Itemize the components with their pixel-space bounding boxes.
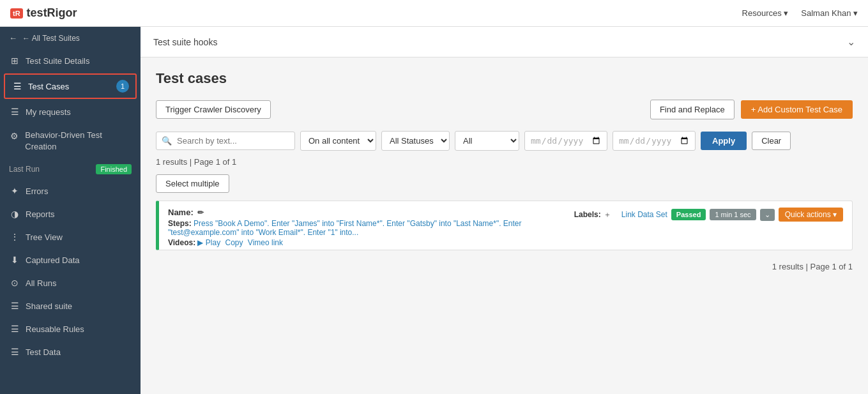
date-from-input[interactable] [524, 131, 607, 151]
suite-hooks-label: Test suite hooks [153, 37, 217, 47]
logo-text: testRigor [27, 6, 77, 20]
link-dataset[interactable]: Link Data Set [621, 210, 667, 219]
last-run-row: Last Run Finished [0, 159, 141, 179]
passed-badge: Passed [671, 209, 706, 220]
tc-name-row: Name: ✏ [168, 208, 568, 217]
sidebar-item-label: Reports [26, 209, 55, 219]
user-menu[interactable]: Salman Khan ▾ [801, 8, 858, 18]
toolbar-right: Find and Replace + Add Custom Test Case [650, 100, 853, 119]
sidebar-item-behavior-driven[interactable]: ⚙ Behavior-Driven Test Creation [0, 123, 141, 159]
sidebar-item-reports[interactable]: ◑ Reports [0, 202, 141, 225]
sidebar-item-label: Shared suite [26, 301, 72, 311]
reports-icon: ◑ [9, 209, 20, 219]
expand-button[interactable]: ⌄ [760, 209, 775, 221]
list-icon: ☰ [11, 81, 23, 91]
vimeo-link[interactable]: Vimeo link [248, 238, 283, 247]
test-data-icon: ☰ [9, 347, 20, 357]
sidebar-item-errors[interactable]: ✦ Errors [0, 179, 141, 202]
tc-steps: Steps: Press "Book A Demo". Enter "James… [168, 219, 568, 237]
sidebar-item-label: Behavior-Driven Test Creation [25, 130, 132, 153]
quick-actions-button[interactable]: Quick actions ▾ [779, 208, 843, 222]
sidebar: ← ← All Test Suites ⊞ Test Suite Details… [0, 27, 141, 394]
select-multiple-row: Select multiple [156, 174, 853, 193]
edit-icon[interactable]: ✏ [197, 208, 204, 217]
sidebar-item-all-test-suites[interactable]: ← ← All Test Suites [0, 27, 141, 49]
find-replace-button[interactable]: Find and Replace [650, 100, 735, 119]
suite-hooks-chevron-icon: ⌄ [847, 36, 855, 48]
trigger-crawler-button[interactable]: Trigger Crawler Discovery [156, 100, 271, 119]
behavior-icon: ⚙ [9, 131, 20, 141]
download-icon: ⬇ [9, 255, 20, 265]
time-badge: 1 min 1 sec [710, 209, 756, 220]
last-run-status-badge: Finished [96, 164, 132, 174]
logo: tR testRigor [10, 6, 77, 20]
select-multiple-button[interactable]: Select multiple [156, 174, 229, 193]
sidebar-item-label: All Runs [26, 278, 56, 288]
requests-icon: ☰ [9, 107, 20, 117]
logo-icon: tR [10, 8, 23, 19]
sidebar-item-shared-suite[interactable]: ☰ Shared suite [0, 294, 141, 317]
sidebar-item-label: Tree View [26, 232, 63, 242]
sidebar-item-test-suite-details[interactable]: ⊞ Test Suite Details [0, 49, 141, 72]
resources-menu[interactable]: Resources ▾ [742, 8, 789, 18]
all-runs-icon: ⊙ [9, 278, 20, 288]
sidebar-item-label: ← All Test Suites [22, 34, 80, 43]
filter-row: 🔍 On all content On name On steps All St… [156, 131, 853, 151]
sidebar-item-label: Test Cases [28, 82, 69, 91]
sidebar-item-test-cases[interactable]: ☰ Test Cases 1 [4, 73, 137, 99]
sidebar-item-reusable-rules[interactable]: ☰ Reusable Rules [0, 317, 141, 340]
status-filter-select[interactable]: All Statuses Passed Failed Not run [381, 131, 450, 151]
sidebar-item-label: My requests [26, 107, 71, 117]
back-icon: ← [9, 33, 17, 43]
all-filter-select[interactable]: All Manual Automated [455, 131, 519, 151]
sidebar-item-captured-data[interactable]: ⬇ Captured Data [0, 248, 141, 271]
clear-button[interactable]: Clear [752, 132, 791, 150]
rules-icon: ☰ [9, 324, 20, 334]
sidebar-item-test-data[interactable]: ☰ Test Data [0, 340, 141, 363]
errors-icon: ✦ [9, 186, 20, 196]
tc-videos: Videos: ▶ Play Copy Vimeo link [168, 238, 568, 247]
search-input[interactable] [174, 132, 289, 149]
tc-left: Name: ✏ Steps: Press "Book A Demo". Ente… [168, 208, 568, 247]
last-run-label: Last Run [9, 165, 40, 174]
topnav: tR testRigor Resources ▾ Salman Khan ▾ [0, 0, 868, 27]
sidebar-item-my-requests[interactable]: ☰ My requests [0, 100, 141, 123]
tc-videos-label: Videos: [168, 238, 195, 247]
play-link[interactable]: ▶ Play [197, 238, 220, 247]
date-to-input[interactable] [613, 131, 696, 151]
layout: ← ← All Test Suites ⊞ Test Suite Details… [0, 27, 868, 394]
grid-icon: ⊞ [9, 56, 20, 66]
tc-name-label: Name: [168, 208, 194, 217]
test-cases-badge: 1 [116, 80, 129, 93]
sidebar-item-label: Reusable Rules [26, 324, 84, 334]
sidebar-item-label: Test Suite Details [26, 56, 89, 66]
search-icon: 🔍 [162, 136, 172, 146]
copy-link[interactable]: Copy [225, 238, 243, 247]
shared-icon: ☰ [9, 301, 20, 311]
search-wrap: 🔍 [156, 132, 295, 150]
test-case-header: Name: ✏ Steps: Press "Book A Demo". Ente… [159, 201, 852, 250]
tc-labels: Labels: ＋ [574, 209, 611, 220]
page-title: Test cases [156, 70, 853, 87]
tc-steps-text: Press "Book A Demo". Enter "James" into … [168, 219, 522, 237]
sidebar-item-label: Captured Data [26, 255, 80, 265]
test-case-card: Name: ✏ Steps: Press "Book A Demo". Ente… [156, 201, 853, 250]
sidebar-item-label: Test Data [26, 347, 61, 357]
topnav-right: Resources ▾ Salman Khan ▾ [742, 8, 858, 18]
main-content: Test suite hooks ⌄ Test cases Trigger Cr… [141, 27, 868, 394]
toolbar-row: Trigger Crawler Discovery Find and Repla… [156, 100, 853, 119]
sidebar-item-label: Errors [26, 186, 48, 196]
sidebar-item-tree-view[interactable]: ⋮ Tree View [0, 225, 141, 248]
content-area: Test cases Trigger Crawler Discovery Fin… [141, 57, 868, 393]
suite-hooks-bar[interactable]: Test suite hooks ⌄ [141, 27, 868, 57]
apply-button[interactable]: Apply [701, 132, 747, 150]
tc-labels-label: Labels: [574, 210, 601, 219]
tc-steps-label: Steps: [168, 219, 192, 228]
add-label-icon[interactable]: ＋ [604, 209, 611, 220]
content-filter-select[interactable]: On all content On name On steps [300, 131, 376, 151]
sidebar-item-all-runs[interactable]: ⊙ All Runs [0, 271, 141, 294]
add-custom-test-case-button[interactable]: + Add Custom Test Case [741, 100, 853, 119]
footer-results: 1 results | Page 1 of 1 [156, 255, 853, 274]
tc-right: Labels: ＋ Link Data Set Passed 1 min 1 s… [574, 208, 843, 222]
results-info: 1 results | Page 1 of 1 [156, 157, 853, 167]
